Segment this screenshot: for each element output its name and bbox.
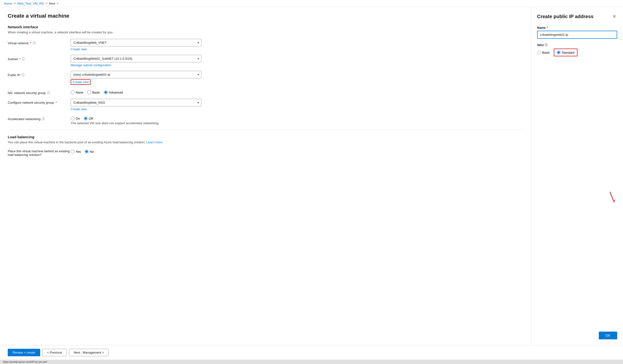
panel-close-button[interactable]: ✕ bbox=[612, 13, 617, 20]
configure-nsg-select-wrapper: CnBateBlogWeb_NSG ▾ bbox=[71, 99, 201, 106]
nic-nsg-control: None Basic Advanced bbox=[71, 89, 523, 94]
public-ip-info-icon: ⓘ bbox=[21, 73, 24, 77]
nic-nsg-info-icon: ⓘ bbox=[47, 91, 50, 95]
subnet-select[interactable]: CnBateBlogWeb01_SubNET (10.1.0.0/24) bbox=[71, 55, 201, 62]
breadcrumb-rg[interactable]: Web_Test_VM_RG bbox=[17, 2, 44, 5]
create-new-vnet-link[interactable]: Create new bbox=[71, 47, 87, 51]
bottom-bar: Review + create < Previous Next : Manage… bbox=[0, 345, 623, 360]
create-new-nsg-link[interactable]: Create new bbox=[71, 107, 87, 111]
nic-nsg-none-option[interactable]: None bbox=[71, 90, 83, 94]
accel-note: The selected VM size does not support ac… bbox=[71, 121, 523, 125]
manage-subnet-link[interactable]: Manage subnet configuration bbox=[71, 63, 111, 67]
public-ip-select-wrapper: (new) cnbateblogweb01-ip ▾ bbox=[71, 71, 201, 78]
place-yes-label: Yes bbox=[76, 150, 81, 154]
panel-header: Create public IP address ✕ bbox=[537, 13, 617, 20]
nic-nsg-none-label: None bbox=[76, 91, 83, 94]
nic-nsg-none-radio[interactable] bbox=[71, 90, 75, 94]
breadcrumb-sep2: > bbox=[45, 1, 47, 5]
place-control: Yes No bbox=[71, 148, 523, 154]
network-section-title: Network interface bbox=[8, 25, 523, 29]
accel-on-radio[interactable] bbox=[71, 117, 75, 120]
configure-nsg-select[interactable]: CnBateBlogWeb_NSG bbox=[71, 99, 201, 106]
previous-button[interactable]: < Previous bbox=[43, 349, 67, 356]
place-no-label: No bbox=[90, 150, 94, 154]
sku-basic-radio[interactable] bbox=[537, 51, 541, 54]
accel-net-label: Accelerated networking ⓘ bbox=[8, 115, 71, 121]
accel-off-radio[interactable] bbox=[84, 117, 88, 120]
place-yes-option[interactable]: Yes bbox=[71, 150, 81, 154]
sku-basic-option[interactable]: Basic bbox=[537, 49, 550, 56]
breadcrumb-new: New bbox=[49, 2, 55, 5]
nic-nsg-basic-label: Basic bbox=[92, 91, 100, 94]
virtual-network-control: CnBateBlogWeb_VNET ▾ Create new bbox=[71, 39, 523, 51]
sku-standard-label: Standard bbox=[562, 51, 575, 54]
public-ip-control: (new) cnbateblogweb01-ip ▾ Create new bbox=[71, 71, 523, 85]
place-no-radio[interactable] bbox=[85, 150, 89, 154]
place-no-option[interactable]: No bbox=[85, 150, 94, 154]
panel-name-input[interactable] bbox=[537, 31, 617, 39]
status-url: https://portal.azure.com/#l=en-en-us# bbox=[3, 360, 47, 363]
learn-more-link[interactable]: Learn more bbox=[146, 141, 162, 144]
status-bar: https://portal.azure.com/#l=en-en-us# bbox=[0, 360, 623, 364]
panel-name-field: Name * bbox=[537, 26, 617, 39]
public-ip-row: Public IP ⓘ (new) cnbateblogweb01-ip ▾ C… bbox=[8, 71, 523, 85]
load-balancing-title: Load balancing bbox=[8, 135, 523, 139]
accel-on-option[interactable]: On bbox=[71, 117, 80, 120]
network-section: Network interface When creating a virtua… bbox=[8, 25, 523, 125]
virtual-network-row: Virtual network * ⓘ CnBateBlogWeb_VNET ▾… bbox=[8, 39, 523, 51]
configure-nsg-label: Configure network security group * bbox=[8, 99, 71, 104]
sku-standard-highlighted: Standard bbox=[554, 49, 578, 56]
load-balance-place-row: Place this virtual machine behind an exi… bbox=[8, 148, 523, 157]
section-divider bbox=[8, 130, 523, 130]
accel-off-option[interactable]: Off bbox=[84, 117, 93, 120]
accel-off-label: Off bbox=[89, 117, 93, 120]
configure-nsg-control: CnBateBlogWeb_NSG ▾ Create new bbox=[71, 99, 523, 111]
page-title: Create a virtual machine bbox=[8, 13, 523, 19]
subnet-row: Subnet * ⓘ CnBateBlogWeb01_SubNET (10.1.… bbox=[8, 55, 523, 67]
subnet-label: Subnet * ⓘ bbox=[8, 55, 71, 61]
network-section-desc: When creating a virtual machine, a netwo… bbox=[8, 30, 523, 34]
place-radio-group: Yes No bbox=[71, 148, 523, 154]
nic-nsg-radio-group: None Basic Advanced bbox=[71, 89, 523, 94]
panel-sku-label: SKU ⓘ bbox=[537, 43, 617, 47]
accel-net-row: Accelerated networking ⓘ On Off bbox=[8, 115, 523, 125]
panel-name-label: Name * bbox=[537, 26, 617, 29]
nic-nsg-basic-radio[interactable] bbox=[87, 90, 91, 94]
virtual-network-label: Virtual network * ⓘ bbox=[8, 39, 71, 45]
breadcrumb-home[interactable]: Home bbox=[4, 2, 12, 5]
accel-net-radio-group: On Off bbox=[71, 115, 523, 120]
subnet-control: CnBateBlogWeb01_SubNET (10.1.0.0/24) ▾ M… bbox=[71, 55, 523, 67]
sku-standard-radio[interactable] bbox=[557, 51, 560, 54]
panel-ok-button[interactable]: OK bbox=[599, 332, 617, 339]
sku-basic-label: Basic bbox=[542, 51, 550, 54]
nic-nsg-basic-option[interactable]: Basic bbox=[87, 90, 100, 94]
nic-nsg-advanced-radio[interactable] bbox=[104, 90, 108, 94]
side-panel: Create public IP address ✕ Name * SKU ⓘ … bbox=[531, 7, 623, 345]
review-create-button[interactable]: Review + create bbox=[8, 349, 40, 356]
sku-info-icon: ⓘ bbox=[545, 43, 548, 47]
main-content: Create a virtual machine Network interfa… bbox=[0, 7, 531, 345]
public-ip-label: Public IP ⓘ bbox=[8, 71, 71, 77]
nic-nsg-label: NIC network security group ⓘ bbox=[8, 89, 71, 95]
configure-nsg-row: Configure network security group * CnBat… bbox=[8, 99, 523, 111]
public-ip-select[interactable]: (new) cnbateblogweb01-ip bbox=[71, 71, 201, 78]
panel-sku-field: SKU ⓘ Basic Standard bbox=[537, 43, 617, 56]
nic-nsg-advanced-option[interactable]: Advanced bbox=[104, 90, 123, 94]
create-new-ip-link[interactable]: Create new bbox=[71, 79, 90, 85]
virtual-network-info-icon: ⓘ bbox=[33, 41, 36, 45]
load-balancing-section: Load balancing You can place this virtua… bbox=[8, 135, 523, 157]
nic-nsg-row: NIC network security group ⓘ None Basic bbox=[8, 89, 523, 95]
virtual-network-select[interactable]: CnBateBlogWeb_VNET bbox=[71, 39, 201, 46]
breadcrumb-sep1: > bbox=[14, 1, 16, 5]
sku-options: Basic Standard bbox=[537, 49, 617, 56]
panel-footer: OK bbox=[537, 327, 617, 339]
subnet-select-wrapper: CnBateBlogWeb01_SubNET (10.1.0.0/24) ▾ bbox=[71, 55, 201, 62]
panel-title: Create public IP address bbox=[537, 14, 594, 19]
nic-nsg-advanced-label: Advanced bbox=[109, 91, 123, 94]
accel-net-info-icon: ⓘ bbox=[42, 117, 45, 121]
arrow-icon bbox=[603, 190, 617, 204]
sku-standard-option[interactable]: Standard bbox=[557, 51, 575, 54]
place-yes-radio[interactable] bbox=[71, 150, 75, 154]
next-button[interactable]: Next : Management > bbox=[69, 349, 109, 356]
subnet-info-icon: ⓘ bbox=[22, 57, 25, 61]
